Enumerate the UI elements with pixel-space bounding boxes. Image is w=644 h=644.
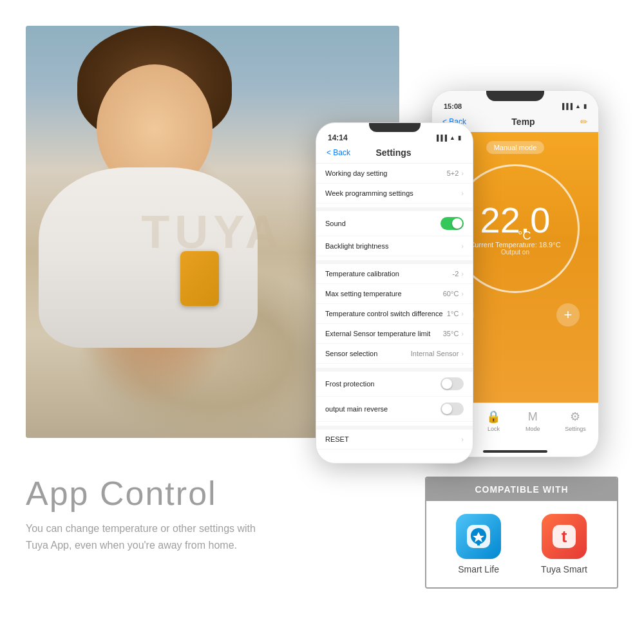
nav-label-lock: Lock xyxy=(488,426,500,432)
manual-mode-badge: Manual mode xyxy=(486,141,545,154)
settings-item[interactable]: RESET› xyxy=(316,426,473,450)
settings-item[interactable]: Temperature calibration-2› xyxy=(316,260,473,284)
temp-increase-button[interactable]: + xyxy=(556,303,580,327)
app-name-smart-life: Smart Life xyxy=(458,564,499,574)
svg-text:t: t xyxy=(562,527,567,546)
settings-item-label: output main reverse xyxy=(325,405,440,413)
chevron-icon: › xyxy=(461,310,464,317)
settings-item-label: Max setting temperature xyxy=(325,290,443,298)
mode-icon: M xyxy=(528,410,538,424)
chevron-icon: › xyxy=(461,350,464,357)
app-item-tuya-smart[interactable]: t Tuya Smart xyxy=(541,514,587,574)
edit-icon[interactable]: ✏ xyxy=(580,117,588,127)
settings-item[interactable]: output main reverse xyxy=(316,397,473,422)
back-button[interactable]: < Back xyxy=(327,148,350,157)
settings-item[interactable]: Max setting temperature60°C› xyxy=(316,284,473,304)
signal-bars-icon: ▐▐▐ xyxy=(560,103,573,109)
settings-item-value: Internal Sensor xyxy=(411,350,459,357)
battery-icon: ▮ xyxy=(458,135,461,141)
settings-list: Working day setting5+2›Week programming … xyxy=(316,164,473,450)
settings-item-value: 5+2 xyxy=(447,169,459,177)
compatible-body: Smart Life t Tuya Smart xyxy=(426,501,617,587)
settings-phone: 14:14 ▐▐▐ ▲ ▮ < Back Settings Working da… xyxy=(316,122,473,464)
chevron-icon: › xyxy=(461,270,464,278)
app-control-title: App Control xyxy=(26,477,399,510)
app-name-tuya-smart: Tuya Smart xyxy=(541,564,587,574)
toggle-on[interactable] xyxy=(440,217,464,230)
compatible-box: COMPATIBLE WITH Smart Life t Tuya Smart xyxy=(425,477,618,589)
settings-item-label: Sensor selection xyxy=(325,350,411,357)
temperature-value: 22.0 xyxy=(480,202,551,238)
settings-item[interactable]: Temperature control switch difference1°C… xyxy=(316,304,473,324)
wifi-icon: ▲ xyxy=(450,135,455,141)
chevron-icon: › xyxy=(461,242,464,250)
tuya-smart-icon: t xyxy=(542,514,587,559)
settings-icon: ⚙ xyxy=(570,410,580,424)
nav-label-settings: Settings xyxy=(565,426,586,432)
chevron-icon: › xyxy=(461,189,464,197)
phone-in-hand xyxy=(180,251,219,306)
settings-item[interactable]: External Sensor temperature limit35°C› xyxy=(316,324,473,344)
settings-item[interactable]: Backlight brightness› xyxy=(316,236,473,256)
battery-status-icon: ▮ xyxy=(583,103,587,109)
settings-phone-time: 14:14 xyxy=(328,133,348,142)
tuya-watermark: TUYA xyxy=(141,205,283,258)
app-control-text: App Control You can change temperature o… xyxy=(26,477,425,553)
settings-item-value: 1°C xyxy=(447,310,459,317)
settings-item-label: Temperature calibration xyxy=(325,270,453,278)
settings-item[interactable]: Working day setting5+2› xyxy=(316,164,473,184)
chevron-icon: › xyxy=(461,290,464,298)
settings-phone-notch xyxy=(369,123,421,132)
settings-title: Settings xyxy=(375,147,411,158)
main-container: TUYA 14:14 ▐▐▐ ▲ ▮ < Back Settings Worki… xyxy=(0,0,644,644)
bottom-section: App Control You can change temperature o… xyxy=(0,464,644,644)
nav-item-settings[interactable]: ⚙Settings xyxy=(565,410,586,432)
settings-item[interactable]: Week programming settings› xyxy=(316,184,473,204)
settings-phone-header: < Back Settings xyxy=(316,145,473,164)
top-image-area: TUYA 14:14 ▐▐▐ ▲ ▮ < Back Settings Worki… xyxy=(26,26,618,464)
settings-item-label: RESET xyxy=(325,435,461,443)
settings-item[interactable]: Sound xyxy=(316,207,473,236)
smart-life-icon xyxy=(456,514,501,559)
app-control-description: You can change temperature or other sett… xyxy=(26,520,270,553)
home-indicator xyxy=(483,450,547,453)
lock-icon: 🔒 xyxy=(486,410,500,424)
settings-item-label: Week programming settings xyxy=(325,189,461,197)
settings-item-label: Sound xyxy=(325,220,440,227)
temp-phone-time: 15:08 xyxy=(444,102,462,110)
settings-item[interactable]: Sensor selectionInternal Sensor› xyxy=(316,344,473,364)
chevron-icon: › xyxy=(461,435,464,443)
nav-item-lock[interactable]: 🔒Lock xyxy=(486,410,500,432)
output-label: Output on xyxy=(501,249,529,256)
app-item-smart-life[interactable]: Smart Life xyxy=(456,514,501,574)
settings-item-value: -2 xyxy=(453,270,459,278)
settings-item-label: Working day setting xyxy=(325,169,447,177)
settings-status-icons: ▐▐▐ ▲ ▮ xyxy=(435,135,461,141)
settings-item-label: Backlight brightness xyxy=(325,242,461,250)
settings-item-label: Frost protection xyxy=(325,380,440,388)
compatible-header: COMPATIBLE WITH xyxy=(426,478,617,501)
temp-status-icons: ▐▐▐ ▲ ▮ xyxy=(560,103,587,109)
toggle-off[interactable] xyxy=(440,377,464,390)
temp-unit: °C xyxy=(518,229,531,243)
chevron-icon: › xyxy=(461,330,464,337)
chevron-icon: › xyxy=(461,169,464,177)
current-temp-label: Current Temperature: 18.9°C xyxy=(469,241,560,249)
settings-item[interactable]: Frost protection xyxy=(316,368,473,397)
nav-item-mode[interactable]: MMode xyxy=(526,410,540,432)
toggle-off[interactable] xyxy=(440,402,464,415)
settings-item-value: 60°C xyxy=(443,290,459,298)
settings-item-label: External Sensor temperature limit xyxy=(325,330,443,337)
signal-icon: ▐▐▐ xyxy=(435,135,447,141)
wifi-status-icon: ▲ xyxy=(575,103,581,109)
nav-label-mode: Mode xyxy=(526,426,540,432)
temp-phone-notch xyxy=(486,91,544,101)
settings-item-label: Temperature control switch difference xyxy=(325,310,447,317)
temp-title: Temp xyxy=(511,117,535,127)
settings-item-value: 35°C xyxy=(443,330,459,337)
